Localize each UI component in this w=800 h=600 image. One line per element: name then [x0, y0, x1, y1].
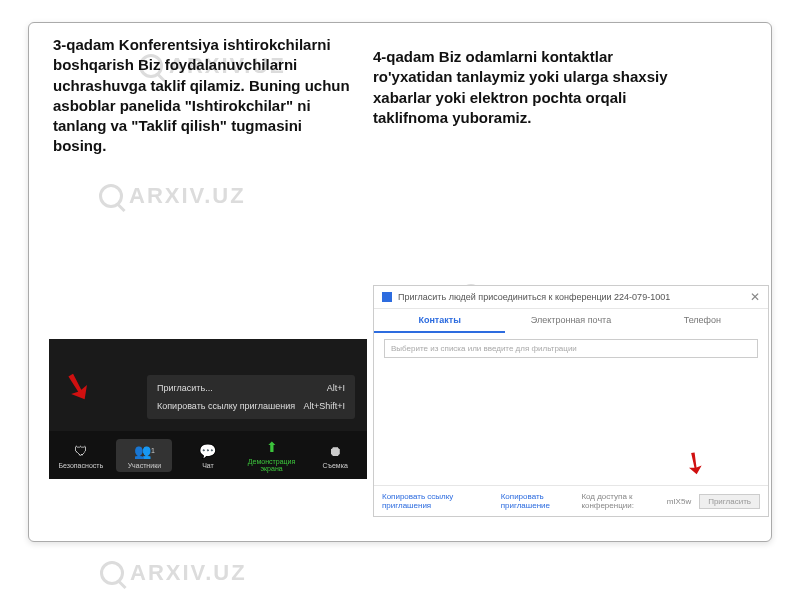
toolbar-label: Участники [118, 462, 170, 469]
invite-tabs: Контакты Электронная почта Телефон [374, 309, 768, 333]
step3-text: 3-qadam Konferentsiya ishtirokchilarni b… [53, 35, 353, 157]
step4-text: 4-qadam Biz odamlarni kontaktlar ro'yxat… [373, 47, 673, 128]
zoom-toolbar: 🛡 Безопасность 👥1 Участники 💬 Чат ⬆ Демо… [49, 431, 367, 479]
zoom-screenshot: ➘ ➘ Пригласить... Alt+I Копировать ссылк… [49, 339, 367, 479]
toolbar-label: Безопасность [53, 462, 109, 469]
invite-dialog: Пригласить людей присоединиться к конфер… [373, 285, 769, 517]
participants-icon: 👥1 [135, 442, 153, 460]
record-icon: ⏺ [326, 442, 344, 460]
popup-item-shortcut: Alt+I [327, 383, 345, 393]
popup-item-label: Копировать ссылку приглашения [157, 401, 295, 411]
copy-invite-link[interactable]: Копировать приглашение [501, 492, 582, 510]
tab-phone[interactable]: Телефон [637, 309, 768, 333]
popup-item-invite[interactable]: Пригласить... Alt+I [147, 379, 355, 397]
slide-frame: ARXIV.UZ ARXIV.UZ ARXIV.UZ ARXIV.UZ 3-qa… [28, 22, 772, 542]
watermark: ARXIV.UZ [99, 183, 246, 209]
toolbar-label: Демонстрация экрана [244, 458, 300, 472]
shield-icon: 🛡 [72, 442, 90, 460]
chat-icon: 💬 [199, 442, 217, 460]
popup-item-shortcut: Alt+Shift+I [303, 401, 345, 411]
tab-contacts[interactable]: Контакты [374, 309, 505, 333]
conf-code-label: Код доступа к конференции: [581, 492, 658, 510]
watermark: ARXIV.UZ [100, 560, 247, 586]
popup-item-copy-link[interactable]: Копировать ссылку приглашения Alt+Shift+… [147, 397, 355, 415]
conf-code-value: mIX5w [667, 497, 691, 506]
close-icon[interactable]: ✕ [750, 290, 760, 304]
app-icon [382, 292, 392, 302]
dialog-title: Пригласить людей присоединиться к конфер… [398, 292, 670, 302]
participants-button[interactable]: 👥1 Участники [116, 439, 172, 472]
tab-email[interactable]: Электронная почта [505, 309, 636, 333]
invite-popup-menu: Пригласить... Alt+I Копировать ссылку пр… [147, 375, 355, 419]
invite-button[interactable]: Пригласить [699, 494, 760, 509]
contact-search-input[interactable]: Выберите из списка или введите для фильт… [384, 339, 758, 358]
toolbar-label: Чат [180, 462, 236, 469]
record-button[interactable]: ⏺ Съемка [307, 442, 363, 469]
share-screen-icon: ⬆ [263, 438, 281, 456]
security-button[interactable]: 🛡 Безопасность [53, 442, 109, 469]
share-screen-button[interactable]: ⬆ Демонстрация экрана [244, 438, 300, 472]
chat-button[interactable]: 💬 Чат [180, 442, 236, 469]
invite-body [374, 364, 768, 484]
invite-dialog-titlebar: Пригласить людей присоединиться к конфер… [374, 286, 768, 309]
popup-item-label: Пригласить... [157, 383, 213, 393]
toolbar-label: Съемка [307, 462, 363, 469]
invite-footer: Копировать ссылку приглашения Копировать… [374, 485, 768, 516]
copy-link-link[interactable]: Копировать ссылку приглашения [382, 492, 487, 510]
red-arrow-icon: ➘ [58, 362, 98, 410]
